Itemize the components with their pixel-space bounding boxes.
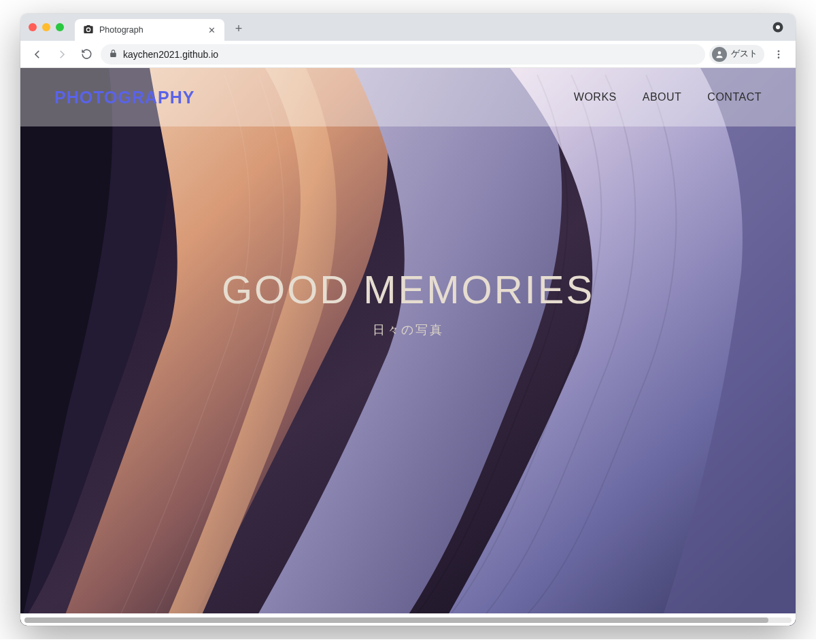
- browser-toolbar: kaychen2021.github.io ゲスト: [20, 41, 796, 68]
- tab-title: Photograph: [99, 25, 143, 35]
- avatar-icon: [712, 47, 727, 62]
- svg-point-2: [718, 51, 721, 54]
- svg-point-1: [776, 25, 780, 29]
- guest-badge-icon: [771, 20, 785, 34]
- kebab-menu-button[interactable]: [768, 44, 789, 65]
- forward-button[interactable]: [52, 44, 72, 65]
- svg-point-4: [778, 53, 780, 55]
- address-text: kaychen2021.github.io: [123, 49, 218, 60]
- svg-point-3: [778, 50, 780, 52]
- hero-text: GOOD MEMORIES 日々の写真: [222, 267, 594, 338]
- reload-button[interactable]: [76, 44, 97, 65]
- horizontal-scrollbar-thumb[interactable]: [24, 617, 768, 623]
- nav-contact[interactable]: CONTACT: [707, 91, 762, 103]
- lock-icon: [109, 49, 118, 60]
- new-tab-button[interactable]: +: [230, 20, 248, 37]
- hero-background-image: [20, 68, 796, 626]
- site-nav: WORKS ABOUT CONTACT: [574, 91, 762, 103]
- back-button[interactable]: [27, 44, 48, 65]
- profile-button[interactable]: ゲスト: [709, 45, 764, 64]
- nav-works[interactable]: WORKS: [574, 91, 617, 103]
- svg-point-5: [778, 56, 780, 58]
- hero-subtitle: 日々の写真: [222, 322, 594, 338]
- close-tab-button[interactable]: ✕: [207, 25, 216, 35]
- maximize-window-button[interactable]: [56, 23, 64, 31]
- minimize-window-button[interactable]: [42, 23, 50, 31]
- scrollbar-track-area: [20, 613, 796, 626]
- site-brand[interactable]: PHOTOGRAPHY: [54, 88, 194, 107]
- hero-title: GOOD MEMORIES: [222, 267, 594, 312]
- address-bar[interactable]: kaychen2021.github.io: [101, 44, 705, 65]
- page-viewport: PHOTOGRAPHY WORKS ABOUT CONTACT GOOD MEM…: [20, 68, 796, 626]
- browser-tab[interactable]: Photograph ✕: [75, 19, 224, 41]
- close-window-button[interactable]: [29, 23, 37, 31]
- profile-label: ゲスト: [731, 48, 758, 60]
- camera-icon: [83, 24, 94, 37]
- tab-strip: Photograph ✕ +: [20, 14, 796, 41]
- horizontal-scrollbar[interactable]: [24, 617, 792, 623]
- window-controls: [29, 23, 64, 31]
- site-header: PHOTOGRAPHY WORKS ABOUT CONTACT: [20, 68, 796, 126]
- browser-window: Photograph ✕ + kaychen2021.github.io: [20, 14, 796, 626]
- nav-about[interactable]: ABOUT: [643, 91, 682, 103]
